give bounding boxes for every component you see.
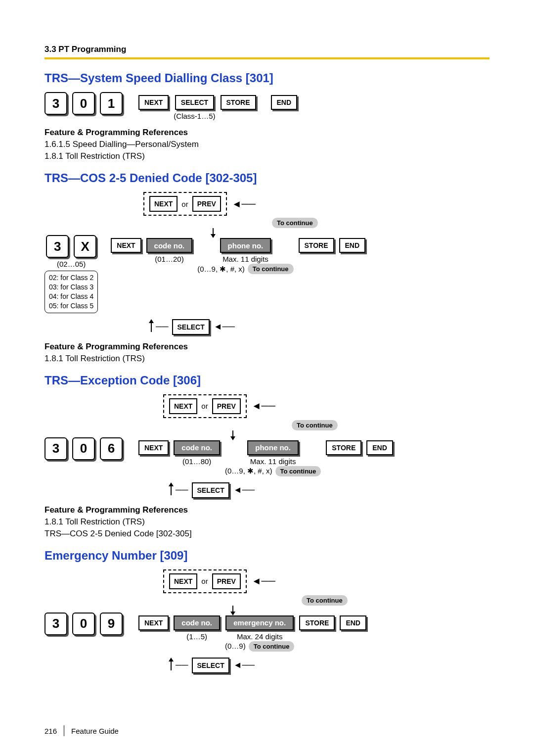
x-range: (02…05) [57, 260, 86, 269]
prev-nav-button: PREV [212, 398, 241, 414]
ref-line: 1.8.1 Toll Restriction (TRS) [44, 151, 490, 161]
or-label: or [181, 200, 188, 208]
store-button: STORE [299, 615, 335, 630]
to-continue-label: To continue [302, 595, 348, 606]
end-button: END [340, 615, 366, 630]
next-nav-button: NEXT [169, 398, 197, 414]
select-button: SELECT [172, 319, 209, 335]
phone-field: phone no. [220, 238, 271, 253]
nav-next-prev: NEXT or PREV [163, 394, 247, 418]
prev-nav-button: PREV [192, 196, 221, 212]
ref-line: TRS—COS 2-5 Denied Code [302-305] [44, 529, 490, 539]
note-line: 05: for Class 5 [49, 301, 93, 311]
phone-note2: (0…9, ✱, #, x) [197, 265, 245, 274]
next-button: NEXT [111, 238, 141, 253]
keycap: 0 [72, 613, 95, 635]
keycap: 3 [44, 92, 67, 115]
note-line: 04: for Class 4 [49, 292, 93, 301]
select-button: SELECT [192, 482, 229, 498]
keycap: 0 [72, 92, 95, 115]
code-note: (01…80) [182, 457, 211, 466]
phone-note2: (0…9, ✱, #, x) [225, 467, 272, 475]
next-nav-button: NEXT [149, 196, 178, 212]
page-footer: 216 Feature Guide [44, 725, 119, 736]
note-line: 03: for Class 3 [49, 283, 93, 292]
end-button: END [339, 238, 366, 253]
to-continue-label: To continue [272, 218, 318, 228]
phone-field: phone no. [247, 440, 299, 455]
phone-note2: (0…9) [225, 642, 246, 651]
keycap: 0 [72, 437, 95, 460]
refs-title: Feature & Programming References [44, 342, 490, 352]
prev-nav-button: PREV [212, 573, 241, 589]
store-button: STORE [299, 238, 334, 253]
header-rule [44, 57, 490, 59]
code-field: code no. [146, 238, 193, 253]
next-button: NEXT [138, 615, 169, 630]
footer-label: Feature Guide [71, 727, 119, 735]
select-button: SELECT [175, 95, 214, 110]
section-title-302: TRS—COS 2-5 Denied Code [302-305] [44, 171, 490, 185]
section-title-309: Emergency Number [309] [44, 549, 490, 563]
to-continue-label: To continue [292, 420, 338, 430]
or-label: or [201, 402, 208, 410]
next-nav-button: NEXT [169, 573, 197, 589]
keycap: 3 [44, 613, 67, 635]
phone-note1: Max. 11 digits [222, 255, 268, 264]
x-note-box: 02: for Class 2 03: for Class 3 04: for … [44, 271, 98, 313]
to-continue-label: To continue [249, 641, 295, 652]
next-button: NEXT [138, 440, 169, 455]
end-button: END [271, 95, 298, 110]
page-number: 216 [44, 727, 57, 735]
phone-note1: Max. 24 digits [237, 632, 283, 641]
phone-note1: Max. 11 digits [250, 457, 296, 466]
ref-line: 1.6.1.5 Speed Dialling—Personal/System [44, 140, 490, 149]
emergency-field: emergency no. [225, 615, 294, 630]
to-continue-label: To continue [248, 264, 294, 274]
page-header: 3.3 PT Programming [44, 45, 490, 54]
keycap: 9 [100, 613, 123, 635]
code-field: code no. [174, 440, 220, 455]
end-button: END [366, 440, 393, 455]
keycap: 6 [100, 437, 123, 460]
ref-line: 1.8.1 Toll Restriction (TRS) [44, 517, 490, 527]
footer-divider [64, 725, 64, 736]
code-field: code no. [174, 615, 220, 630]
nav-next-prev: NEXT or PREV [163, 569, 247, 593]
select-note: (Class-1…5) [174, 112, 215, 121]
section-title-306: TRS—Exception Code [306] [44, 374, 490, 387]
keycap: 3 [46, 235, 69, 258]
keycap: X [74, 235, 96, 258]
note-line: 02: for Class 2 [49, 273, 93, 283]
keycap: 3 [44, 437, 67, 460]
refs-title: Feature & Programming References [44, 128, 490, 138]
to-continue-label: To continue [275, 466, 321, 476]
keycap: 1 [100, 92, 123, 115]
select-button: SELECT [192, 658, 229, 673]
code-note: (1…5) [186, 632, 207, 641]
code-note: (01…20) [155, 255, 183, 264]
ref-line: 1.8.1 Toll Restriction (TRS) [44, 354, 490, 364]
store-button: STORE [221, 95, 256, 110]
section-title-301: TRS—System Speed Dialling Class [301] [44, 71, 490, 85]
or-label: or [201, 577, 208, 585]
nav-next-prev: NEXT or PREV [143, 192, 227, 216]
store-button: STORE [326, 440, 361, 455]
refs-title: Feature & Programming References [44, 505, 490, 515]
next-button: NEXT [138, 95, 169, 110]
